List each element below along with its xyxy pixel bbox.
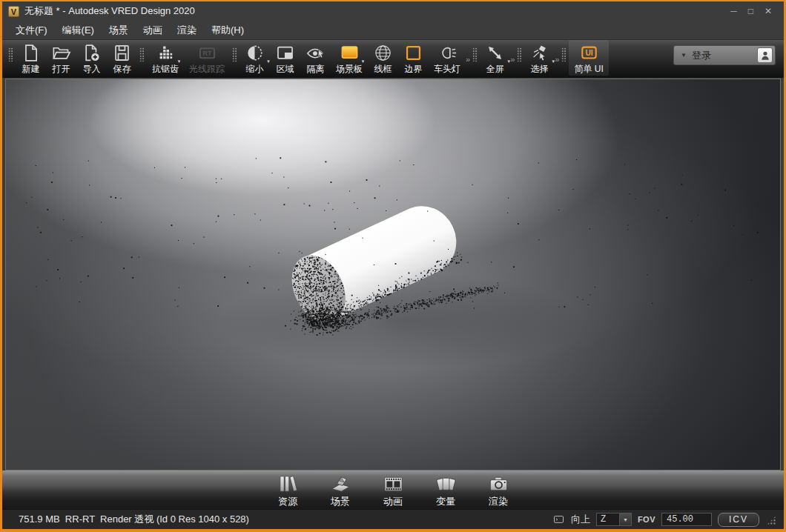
toolbar-button-wireframe[interactable]: 线框	[368, 40, 398, 76]
quickbar-label-animation: 动画	[383, 495, 403, 508]
animation-filmstrip-icon	[382, 473, 405, 496]
toolbar-button-save[interactable]: 保存	[107, 40, 137, 76]
vred-logo-icon: V	[8, 6, 19, 17]
render-camera-icon	[487, 473, 510, 496]
fov-input[interactable]: 45.00	[661, 513, 712, 526]
dropdown-arrow-icon[interactable]: ▼	[266, 59, 271, 64]
terminal-icon[interactable]	[552, 513, 565, 525]
quickbar-label-scene: 场景	[331, 495, 350, 508]
quickbar-item-variants[interactable]: 变量	[427, 471, 464, 509]
simple-ui-icon	[579, 43, 599, 63]
quickbar-items: 资源场景动画变量渲染	[269, 471, 517, 509]
fov-label: FOV	[638, 515, 655, 524]
toolbar-label-raytracing: 光线跟踪	[189, 63, 225, 76]
quickbar-label-variants: 变量	[436, 495, 455, 508]
menu-animation[interactable]: 动画	[136, 22, 170, 39]
toolbar-label-antialias: 抗锯齿	[152, 63, 179, 76]
quick-access-bar: 资源场景动画变量渲染	[2, 471, 784, 509]
quickbar-label-render: 渲染	[489, 495, 508, 508]
window-controls: ─ □ ✕	[730, 7, 778, 16]
toolbar-drag-handle[interactable]	[472, 47, 478, 61]
toolbar-drag-handle[interactable]	[139, 47, 145, 61]
boundary-box-icon	[403, 43, 423, 63]
toolbar-button-fullscreen[interactable]: ▼全屏	[480, 40, 510, 76]
dropdown-arrow-icon[interactable]: ▼	[361, 59, 366, 64]
resize-grip[interactable]	[767, 516, 776, 525]
quickbar-label-assets: 资源	[278, 495, 297, 508]
toolbar-button-select[interactable]: ▼选择	[524, 40, 555, 76]
sceneplate-icon: ▼	[340, 43, 360, 63]
icv-button[interactable]: ICV	[718, 513, 759, 527]
toolbar-drag-handle[interactable]	[8, 47, 13, 61]
toolbar-label-wireframe: 线框	[374, 63, 392, 76]
toolbar-label-import: 导入	[83, 63, 101, 76]
menu-scene[interactable]: 场景	[102, 22, 136, 39]
icv-label: ICV	[729, 514, 748, 525]
toolbar-label-save: 保存	[113, 63, 131, 76]
login-button[interactable]: ▼ 登录	[673, 45, 776, 65]
menu-render[interactable]: 渲染	[170, 22, 204, 39]
headlight-icon	[437, 43, 458, 63]
region-render-icon	[275, 43, 295, 63]
toolbar-button-isolate[interactable]: 隔离	[300, 40, 331, 76]
toolbar-label-new: 新建	[22, 63, 40, 76]
toolbar-button-zoomout[interactable]: ▼缩小	[240, 40, 270, 76]
open-folder-icon	[51, 43, 71, 63]
fullscreen-arrows-icon: ▼	[485, 43, 505, 63]
menu-bar: 文件(F)编辑(E)场景动画渲染帮助(H)	[2, 21, 784, 39]
toolbar-drag-handle[interactable]	[517, 47, 522, 61]
import-file-icon	[82, 43, 102, 63]
toolbar-label-boundary: 边界	[405, 63, 423, 76]
app-window: V 无标题 * - Autodesk VRED Design 2020 ─ □ …	[0, 0, 786, 532]
toolbar-label-open: 打开	[53, 63, 70, 76]
quickbar-item-assets[interactable]: 资源	[269, 471, 306, 509]
menu-file[interactable]: 文件(F)	[8, 22, 55, 39]
quickbar-item-render[interactable]: 渲染	[480, 471, 517, 509]
toolbar-button-open[interactable]: 打开	[46, 40, 76, 76]
antialiasing-icon: ▼	[156, 43, 176, 63]
login-label: 登录	[692, 49, 752, 62]
user-avatar-icon	[757, 47, 773, 63]
render-status-text: 751.9 MB RR-RT Render 透视 (Id 0 Res 1040 …	[19, 513, 249, 526]
toolbar-button-raytracing[interactable]: 光线跟踪	[184, 40, 230, 76]
toolbar-button-region[interactable]: 区域	[270, 40, 300, 76]
minimize-button[interactable]: ─	[730, 7, 737, 16]
menu-help[interactable]: 帮助(H)	[204, 22, 251, 39]
menu-edit[interactable]: 编辑(E)	[55, 22, 102, 39]
dropdown-arrow-icon[interactable]: ▼	[551, 59, 555, 64]
raytracing-rt-icon	[197, 43, 217, 63]
quickbar-item-scene[interactable]: 场景	[322, 471, 359, 509]
toolbar-button-boundary[interactable]: 边界	[398, 40, 429, 76]
main-toolbar: 新建打开导入保存▼抗锯齿光线跟踪▼缩小区域隔离▼场景板线框边界车头灯»▼全屏»▼…	[2, 39, 784, 78]
axis-dropdown-icon: ▼	[619, 513, 631, 525]
titlebar: V 无标题 * - Autodesk VRED Design 2020 ─ □ …	[2, 1, 784, 21]
maximize-button[interactable]: □	[748, 7, 753, 16]
toolbar-button-import[interactable]: 导入	[76, 40, 107, 76]
close-button[interactable]: ✕	[764, 7, 772, 16]
select-spotlight-icon: ▼	[529, 43, 549, 63]
scenegraph-icon	[329, 473, 352, 496]
new-document-icon	[21, 43, 41, 63]
quickbar-item-animation[interactable]: 动画	[374, 471, 412, 509]
dropdown-arrow-icon[interactable]: ▼	[177, 59, 182, 64]
toolbar-label-simpleui: 简单 UI	[574, 63, 603, 76]
toolbar-overflow-icon[interactable]: »	[466, 56, 470, 64]
zoom-out-icon: ▼	[245, 43, 265, 63]
rendered-scene	[6, 79, 780, 470]
up-axis-select[interactable]: Z ▼	[596, 513, 632, 526]
toolbar-button-sceneplate[interactable]: ▼场景板	[331, 40, 368, 76]
isolate-view-icon	[306, 43, 326, 63]
toolbar-button-headlight[interactable]: 车头灯	[429, 40, 466, 76]
toolbar-drag-handle[interactable]	[561, 47, 567, 61]
toolbar-button-new[interactable]: 新建	[16, 40, 46, 76]
toolbar-button-simpleui[interactable]: 简单 UI	[569, 40, 608, 76]
toolbar-drag-handle[interactable]	[232, 47, 237, 61]
toolbar-label-sceneplate: 场景板	[336, 63, 363, 76]
assets-library-icon	[277, 473, 300, 496]
fov-value: 45.00	[667, 514, 693, 525]
toolbar-label-isolate: 隔离	[307, 63, 325, 76]
toolbar-button-antialias[interactable]: ▼抗锯齿	[147, 40, 184, 76]
dropdown-arrow-icon[interactable]: ▼	[506, 59, 511, 64]
render-viewport[interactable]	[5, 79, 781, 471]
login-dropdown-icon: ▼	[681, 52, 687, 59]
